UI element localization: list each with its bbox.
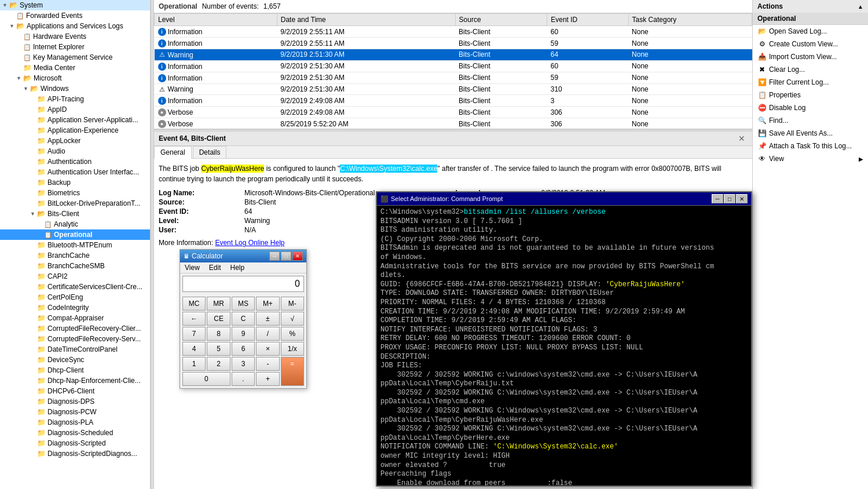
sidebar-item-dhcp-client[interactable]: 📁Dhcp-Client xyxy=(0,365,150,375)
sidebar-item-hardware-events[interactable]: 📋Hardware Events xyxy=(0,31,150,42)
table-row[interactable]: i Information 9/2/2019 2:49:08 AM Bits-C… xyxy=(155,95,752,107)
calc-m-minus[interactable]: M- xyxy=(281,297,304,311)
sidebar-item-corrupted-file-recovery-clier[interactable]: 📁CorruptedFileRecovery-Clier... xyxy=(0,323,150,334)
calc-multiply[interactable]: × xyxy=(256,342,279,356)
col-level[interactable]: Level xyxy=(155,14,277,26)
sidebar-item-branch-cache-smb[interactable]: 📁BranchCacheSMB xyxy=(0,261,150,271)
calc-ce[interactable]: CE xyxy=(207,312,230,326)
sidebar-item-media-center[interactable]: 📁Media Center xyxy=(0,63,150,73)
calc-minus[interactable]: - xyxy=(256,357,279,371)
sidebar-item-certpoleng[interactable]: 📁CertPolEng xyxy=(0,292,150,302)
sidebar-item-diagnosis-scripted[interactable]: 📁Diagnosis-Scripted xyxy=(0,438,150,448)
sidebar-item-code-integrity[interactable]: 📁CodeIntegrity xyxy=(0,302,150,313)
action-item-disable-log[interactable]: ⛔Disable Log xyxy=(753,101,868,114)
sidebar-item-appid[interactable]: 📁AppID xyxy=(0,104,150,115)
calc-3[interactable]: 3 xyxy=(232,357,255,371)
calc-mc[interactable]: MC xyxy=(182,297,206,311)
cmd-minimize-button[interactable]: ─ xyxy=(712,194,723,203)
calc-reciprocal[interactable]: 1/x xyxy=(281,342,304,356)
sidebar-item-audio[interactable]: 📁Audio xyxy=(0,146,150,156)
col-taskcategory[interactable]: Task Category xyxy=(628,14,752,26)
sidebar-item-bits-client[interactable]: ▼📂Bits-Client xyxy=(0,209,150,219)
calc-plus[interactable]: + xyxy=(256,372,279,386)
sidebar-item-operational[interactable]: 📋Operational xyxy=(0,229,150,240)
calc-negate[interactable]: ± xyxy=(256,312,279,326)
sidebar-item-dhcp-nap[interactable]: 📁Dhcp-Nap-Enforcement-Clie... xyxy=(0,375,150,386)
cmd-close-button[interactable]: ✕ xyxy=(736,194,748,203)
sidebar-item-biometrics[interactable]: 📁Biometrics xyxy=(0,188,150,198)
sidebar-item-authentication[interactable]: 📁Authentication xyxy=(0,156,150,167)
sidebar-item-api-tracing[interactable]: 📁API-Tracing xyxy=(0,94,150,104)
action-item-create-custom-view---[interactable]: ⚙Create Custom View... xyxy=(753,38,868,50)
calc-menu-help[interactable]: Help xyxy=(225,262,249,273)
calc-close-button[interactable]: ✕ xyxy=(292,251,303,261)
table-row[interactable]: ● Verbose 9/2/2019 2:49:08 AM Bits-Clien… xyxy=(155,107,752,118)
calc-1[interactable]: 1 xyxy=(182,357,206,371)
table-row[interactable]: ⚠ Warning 9/2/2019 2:51:30 AM Bits-Clien… xyxy=(155,83,752,95)
sidebar-item-forwarded-events[interactable]: 📋Forwarded Events xyxy=(0,10,150,21)
action-item-attach-a-task-to-this-log---[interactable]: 📌Attach a Task To this Log... xyxy=(753,140,868,152)
calc-m-plus[interactable]: M+ xyxy=(256,297,279,311)
sidebar-item-app-server[interactable]: 📁Application Server-Applicati... xyxy=(0,115,150,125)
sidebar-item-app-experience[interactable]: 📁Application-Experience xyxy=(0,125,150,136)
sidebar-item-corrupted-file-recovery-serv[interactable]: 📁CorruptedFileRecovery-Serv... xyxy=(0,334,150,344)
sidebar-item-appLocker[interactable]: 📁AppLocker xyxy=(0,136,150,146)
sidebar-item-diagnosis-dps[interactable]: 📁Diagnosis-DPS xyxy=(0,396,150,407)
table-row[interactable]: i Information 9/2/2019 2:51:30 AM Bits-C… xyxy=(155,72,752,83)
sidebar-item-auth-user-interface[interactable]: 📁Authentication User Interfac... xyxy=(0,167,150,177)
tab-general[interactable]: General xyxy=(154,146,192,159)
calc-c[interactable]: C xyxy=(232,312,255,326)
calc-2[interactable]: 2 xyxy=(207,357,230,371)
sidebar-item-internet-explorer[interactable]: 📋Internet Explorer xyxy=(0,42,150,52)
sidebar-item-diagnosis-scripteddiagnos[interactable]: 📁Diagnosis-ScriptedDiagnos... xyxy=(0,448,150,459)
col-datetime[interactable]: Date and Time xyxy=(277,14,455,26)
calc-divide[interactable]: / xyxy=(256,327,279,341)
action-item-properties[interactable]: 📋Properties xyxy=(753,89,868,101)
sidebar-item-system[interactable]: ▼📂System xyxy=(0,0,150,10)
more-info-link[interactable]: Event Log Online Help xyxy=(215,239,284,247)
sidebar-item-bluetooth[interactable]: 📁Bluetooth-MTPEnum xyxy=(0,240,150,250)
col-eventid[interactable]: Event ID xyxy=(547,14,628,26)
calc-maximize-button[interactable]: □ xyxy=(281,251,291,261)
calc-menu-view[interactable]: View xyxy=(180,262,204,273)
cmd-maximize-button[interactable]: □ xyxy=(724,194,735,203)
sidebar-item-key-management[interactable]: 📋Key Management Service xyxy=(0,52,150,63)
calc-mr[interactable]: MR xyxy=(207,297,230,311)
calc-ms[interactable]: MS xyxy=(232,297,255,311)
actions-collapse-icon[interactable]: ▲ xyxy=(858,3,863,10)
calc-sqrt[interactable]: √ xyxy=(281,312,304,326)
table-row[interactable]: ● Verbose 8/25/2019 5:52:20 AM Bits-Clie… xyxy=(155,118,752,130)
calc-0[interactable]: 0 xyxy=(182,372,230,386)
sidebar-item-branch-cache[interactable]: 📁BranchCache xyxy=(0,250,150,261)
sidebar-item-diagnosis-scheduled[interactable]: 📁Diagnosis-Scheduled xyxy=(0,428,150,438)
calc-6[interactable]: 6 xyxy=(232,342,255,356)
sidebar-item-bitlocker[interactable]: 📁BitLocker-DrivePreparationT... xyxy=(0,198,150,209)
calc-equals[interactable]: = xyxy=(281,357,304,386)
sidebar-item-diagnosis-pla[interactable]: 📁Diagnosis-PLA xyxy=(0,417,150,428)
calc-backspace[interactable]: ← xyxy=(182,312,206,326)
calc-4[interactable]: 4 xyxy=(182,342,206,356)
action-item-open-saved-log---[interactable]: 📂Open Saved Log... xyxy=(753,25,868,38)
col-source[interactable]: Source xyxy=(455,14,547,26)
calc-menu-edit[interactable]: Edit xyxy=(204,262,226,273)
action-item-import-custom-view---[interactable]: 📥Import Custom View... xyxy=(753,50,868,63)
action-item-filter-current-log---[interactable]: 🔽Filter Current Log... xyxy=(753,76,868,89)
calc-8[interactable]: 8 xyxy=(207,327,230,341)
table-row[interactable]: ⚠ Warning 9/2/2019 2:51:30 AM Bits-Clien… xyxy=(155,49,752,61)
sidebar-item-datetime-control[interactable]: 📁DateTimeControlPanel xyxy=(0,344,150,355)
sidebar-item-analytic[interactable]: 📋Analytic xyxy=(0,219,150,229)
sidebar-item-app-services-logs[interactable]: ▼📂Applications and Services Logs xyxy=(0,21,150,31)
table-row[interactable]: i Information 9/2/2019 2:55:11 AM Bits-C… xyxy=(155,26,752,38)
calc-decimal[interactable]: . xyxy=(232,372,255,386)
table-row[interactable]: i Information 9/2/2019 2:51:30 AM Bits-C… xyxy=(155,60,752,72)
sidebar-item-diagnosis-pcw[interactable]: 📁Diagnosis-PCW xyxy=(0,407,150,417)
sidebar-item-cert-services[interactable]: 📁CertificateServicesClient-Cre... xyxy=(0,282,150,292)
table-row[interactable]: i Information 9/2/2019 2:55:11 AM Bits-C… xyxy=(155,38,752,49)
action-item-save-all-events-as---[interactable]: 💾Save All Events As... xyxy=(753,127,868,140)
action-item-clear-log---[interactable]: ✖Clear Log... xyxy=(753,63,868,76)
calc-percent[interactable]: % xyxy=(281,327,304,341)
sidebar-item-microsoft[interactable]: ▼📂Microsoft xyxy=(0,73,150,83)
tab-details[interactable]: Details xyxy=(193,146,227,158)
calc-9[interactable]: 9 xyxy=(232,327,255,341)
sidebar-item-dhcpv6[interactable]: 📁DHCPv6-Client xyxy=(0,386,150,396)
